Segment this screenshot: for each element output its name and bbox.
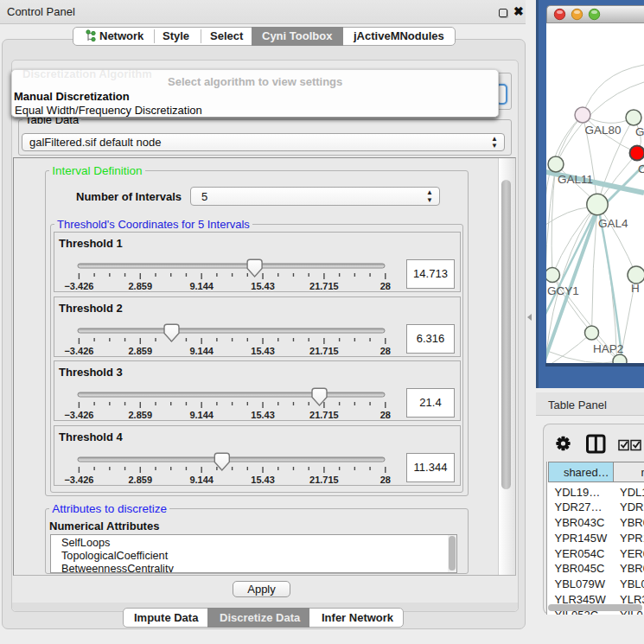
svg-text:GCY1: GCY1 xyxy=(547,284,579,297)
svg-text:G.: G. xyxy=(635,125,644,138)
svg-text:C: C xyxy=(638,163,644,175)
svg-text:HAP2: HAP2 xyxy=(593,342,623,355)
svg-text:GAL11: GAL11 xyxy=(558,173,593,186)
svg-text:GAL80: GAL80 xyxy=(585,124,622,137)
svg-text:GAL4: GAL4 xyxy=(598,217,628,230)
svg-text:H: H xyxy=(631,282,640,295)
